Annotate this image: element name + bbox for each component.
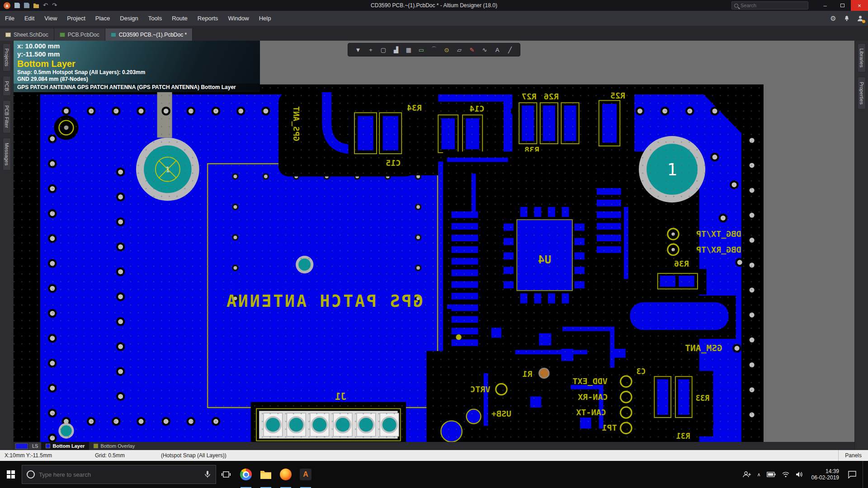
panel-tab-projects[interactable]: Projects [3,43,11,71]
undo-icon[interactable]: ↶ [43,3,48,8]
menu-view[interactable]: View [39,11,62,26]
taskbar-search-input[interactable] [39,471,200,478]
minimize-button[interactable]: – [816,0,834,11]
save-icon[interactable] [14,3,20,8]
arc-icon[interactable]: ⌒ [429,45,439,55]
notifications-icon[interactable] [843,14,851,23]
panel-tab-messages[interactable]: Messages [3,138,11,170]
start-button[interactable] [0,461,22,488]
menu-reports[interactable]: Reports [193,11,223,26]
layer-tab-label: Bottom Overlay [100,443,135,449]
grid-manager-icon[interactable]: ▦ [403,45,414,55]
active-layer-swatch[interactable] [15,443,28,449]
tab-cd3590-pcbdoc[interactable]: CD3590 PCB.~(1).PcbDoc * [105,28,193,41]
pad-icon[interactable]: ⊙ [441,45,452,55]
mic-icon[interactable] [204,470,211,479]
hud-x: x: 10.000 mm [17,42,256,50]
tab-sheet-schdoc[interactable]: Sheet.SchDoc [0,28,54,41]
tab-pcb-pcbdoc[interactable]: PCB.PcbDoc [54,28,105,41]
panel-tab-libraries[interactable]: Libraries [858,43,866,72]
panels-button[interactable]: Panels [838,450,868,461]
settings-icon[interactable]: ⚙ [829,14,837,23]
layer-set-button[interactable]: LS [29,443,41,449]
polygon-icon[interactable]: ▱ [454,45,465,55]
titlebar-search[interactable] [731,1,808,9]
redo-icon[interactable]: ↷ [52,3,57,8]
pcb-board-view[interactable]: GPS_ANT R34 C15 [14,41,854,442]
mask-level-icon[interactable]: ▼ [353,45,363,55]
taskbar-clock[interactable]: 14:39 06-02-2019 [811,468,839,481]
battery-icon[interactable] [767,472,776,477]
save-all-icon[interactable] [24,3,29,8]
pcb-editor-canvas[interactable]: GPS_ANT R34 C15 [14,41,854,442]
chrome-taskbar-button[interactable] [236,461,256,488]
altium-designer-window: a ↶ ↷ CD3590 PCB.~(1).PcbDoc * - Altium … [0,0,868,488]
pcb-doc-icon [60,33,65,37]
line-tool-icon[interactable]: ╱ [505,45,515,55]
windows-logo-icon [7,470,15,479]
edit-mask-icon[interactable]: ✎ [467,45,477,55]
layer-tab-bottom-overlay[interactable]: Bottom Overlay [89,442,139,450]
close-button[interactable]: × [851,0,868,11]
pcb-doc-icon [111,33,116,37]
clock-time: 14:39 [811,468,839,474]
maximize-icon [840,4,844,7]
panel-tab-properties[interactable]: Properties [858,77,866,109]
app-logo-icon[interactable]: a [4,2,10,9]
layer-tab-bar: LS Bottom Layer Bottom Overlay [14,442,854,450]
menu-file[interactable]: File [0,11,19,26]
ruler-icon[interactable]: ▭ [416,45,427,55]
file-explorer-icon [260,469,272,479]
tray-expand-icon[interactable]: ∧ [757,472,761,478]
left-panel-bar: Projects PCB PCB Filter Messages [0,41,14,450]
tab-label: Sheet.SchDoc [14,32,48,38]
show-desktop-button[interactable] [863,461,865,488]
layer-color-icon [46,444,50,448]
menu-design[interactable]: Design [115,11,143,26]
layer-color-icon [94,444,98,448]
layer-tab-bottom-layer[interactable]: Bottom Layer [41,442,89,450]
task-view-button[interactable] [216,461,236,488]
hud-hover-object: GPS PATCH ANTENNA GPS PATCH ANTENNA (GPS… [14,84,260,92]
volume-icon[interactable] [796,471,803,478]
action-center-icon[interactable] [848,470,857,479]
task-view-icon [221,469,231,479]
menu-project[interactable]: Project [62,11,90,26]
windows-taskbar: A ∧ [0,461,868,488]
altium-icon: A [300,469,311,480]
select-area-icon[interactable]: ▢ [378,45,389,55]
crosshair-icon[interactable]: + [365,45,376,55]
titlebar-search-input[interactable] [741,3,799,8]
people-icon[interactable] [742,471,751,478]
account-icon[interactable] [856,14,864,23]
signal-icon[interactable]: ∿ [479,45,490,55]
firefox-icon [280,469,292,480]
maximize-button[interactable] [834,0,851,11]
panel-tab-pcb-filter[interactable]: PCB Filter [3,100,11,133]
search-icon [734,4,738,8]
open-icon[interactable] [33,3,39,8]
status-position: X:10mm Y:-11.5mm [5,452,52,459]
menu-place[interactable]: Place [90,11,115,26]
menu-tools[interactable]: Tools [143,11,167,26]
panel-tab-pcb[interactable]: PCB [3,76,11,96]
histogram-icon[interactable]: ▟ [391,45,401,55]
taskbar-search[interactable] [22,465,216,484]
clock-date: 06-02-2019 [811,474,839,481]
menu-window[interactable]: Window [223,11,254,26]
firefox-taskbar-button[interactable] [276,461,296,488]
menu-help[interactable]: Help [254,11,276,26]
text-tool-icon[interactable]: A [492,45,503,55]
altium-taskbar-button[interactable]: A [296,461,316,488]
menu-route[interactable]: Route [167,11,193,26]
menu-edit[interactable]: Edit [19,11,39,26]
file-explorer-taskbar-button[interactable] [256,461,276,488]
tab-label: PCB.PcbDoc [68,32,99,38]
hud-snap: Snap: 0.5mm Hotspot Snap (All Layers): 0… [17,69,256,76]
cortana-icon [27,470,35,479]
wifi-icon[interactable] [782,471,790,478]
snap-grid [14,84,764,442]
system-tray: ∧ 14:39 06-02-2019 [742,461,868,488]
hud-current-layer: Bottom Layer [17,58,256,69]
right-panel-bar: Libraries Properties [854,41,868,450]
